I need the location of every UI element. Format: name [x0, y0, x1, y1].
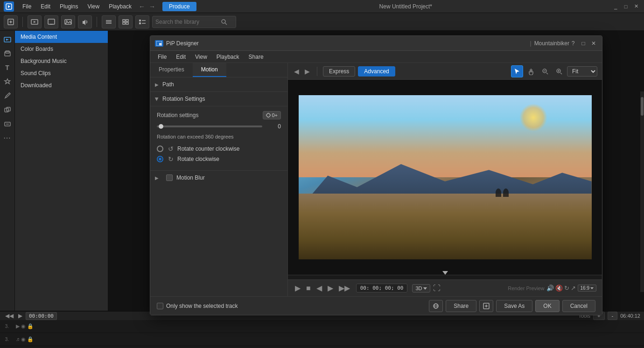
3d-mode-button[interactable]: 3D	[412, 284, 430, 292]
pip-close-button[interactable]: ✕	[590, 40, 597, 47]
pip-menu-share[interactable]: Share	[245, 53, 267, 61]
row-eye-icon[interactable]: ◉	[21, 336, 26, 342]
pip-menu-view[interactable]: View	[191, 53, 211, 61]
sidebar-more-icon[interactable]: ⋯	[1, 132, 14, 144]
rotation-keyframe-button[interactable]: 0+	[263, 111, 281, 119]
sidebar-effects-icon[interactable]	[1, 76, 14, 88]
save-template-button[interactable]	[479, 300, 493, 312]
row-video-icon[interactable]: ▶	[16, 323, 20, 329]
video-area	[288, 80, 602, 275]
pip-maximize-button[interactable]: □	[580, 40, 587, 47]
sidebar-color-icon[interactable]	[1, 48, 14, 60]
zoom-out-tool[interactable]	[539, 65, 551, 77]
rotation-label: Rotation settings	[157, 112, 198, 118]
only-show-track-toggle[interactable]: Only show the selected track	[157, 303, 238, 309]
row-eye-icon[interactable]: ◉	[21, 323, 26, 329]
menu-plugins[interactable]: Plugins	[56, 2, 82, 11]
tab-properties[interactable]: Properties	[150, 63, 193, 77]
cw-icon: ↻	[168, 155, 174, 163]
rotation-slider-thumb[interactable]	[159, 124, 163, 129]
panel-media-content[interactable]: Media Content	[15, 31, 108, 43]
tl-back-button[interactable]: ◀◀	[4, 313, 15, 319]
sidebar-title-icon[interactable]	[1, 118, 14, 130]
tab-motion[interactable]: Motion	[193, 63, 226, 77]
pip-window-buttons: ? □ ✕	[569, 40, 597, 47]
audio-button[interactable]	[78, 15, 92, 28]
search-input[interactable]	[155, 19, 221, 25]
export-icon[interactable]: ↗	[571, 285, 576, 292]
image-button[interactable]	[61, 15, 75, 28]
playback-bar: ▶ ■ ◀ ▶ ▶▶ 00: 00; 00; 00 3D ⛶	[288, 279, 602, 296]
save-as-button[interactable]: Save As	[496, 300, 532, 312]
menu-edit[interactable]: Edit	[37, 2, 54, 11]
media-button[interactable]	[28, 15, 42, 28]
volume-icon[interactable]: 🔊	[546, 285, 554, 292]
express-button[interactable]: Express	[323, 66, 355, 77]
undo-button[interactable]: ←	[137, 3, 147, 10]
rotation-slider-track[interactable]	[157, 125, 262, 127]
fullscreen-button[interactable]: ⛶	[433, 284, 441, 292]
pip-help-button[interactable]: ?	[569, 40, 577, 47]
props-tabs: Properties Motion	[150, 63, 287, 77]
fit-selector[interactable]: Fit 25% 50% 100%	[567, 66, 597, 77]
next-frame-button[interactable]: ▶	[326, 284, 335, 292]
grid-view-button[interactable]	[119, 15, 133, 28]
quality-selector[interactable]: 16:9	[578, 285, 596, 292]
tl-play-button[interactable]: ▶	[17, 313, 24, 319]
rotation-exceed-text: Rotation can exceed 360 degrees	[157, 133, 281, 140]
maximize-icon[interactable]: □	[622, 2, 630, 11]
produce-button[interactable]: Produce	[162, 2, 196, 11]
row-number: 3.	[0, 324, 14, 329]
sidebar-text-icon[interactable]: T	[1, 62, 14, 74]
play-button[interactable]: ▶	[294, 284, 302, 292]
menu-file[interactable]: File	[19, 2, 35, 11]
redo-button[interactable]: →	[147, 3, 157, 10]
globe-button[interactable]	[429, 300, 443, 312]
loop-icon[interactable]: ↻	[564, 285, 569, 292]
menu-view[interactable]: View	[84, 2, 103, 11]
share-button[interactable]: Share	[446, 300, 476, 312]
pip-menu-edit[interactable]: Edit	[172, 53, 189, 61]
sidebar-media-icon[interactable]	[1, 34, 14, 46]
menu-playback[interactable]: Playback	[105, 2, 135, 11]
list-view-button[interactable]	[102, 15, 116, 28]
minimize-icon[interactable]: ⎯	[611, 2, 620, 11]
row-lock-icon[interactable]: 🔒	[27, 336, 34, 342]
panel-background-music[interactable]: Background Music	[15, 55, 108, 67]
panel-downloaded[interactable]: Downloaded	[15, 79, 108, 91]
radio-ccw[interactable]	[157, 146, 163, 152]
preview-back-button[interactable]: ◀	[293, 68, 301, 75]
pip-body: Properties Motion ▶ Path	[150, 63, 602, 296]
cursor-tool[interactable]	[511, 65, 523, 77]
path-section-header[interactable]: ▶ Path	[150, 77, 287, 92]
svg-line-38	[546, 73, 548, 74]
new-project-button[interactable]	[4, 15, 18, 28]
pip-menu-playback[interactable]: Playback	[213, 53, 243, 61]
preview-forward-button[interactable]: ▶	[303, 68, 311, 75]
advanced-button[interactable]: Advanced	[358, 66, 395, 77]
sidebar-edit-icon[interactable]	[1, 90, 14, 102]
row-audio-icon[interactable]: ♬	[16, 336, 20, 342]
hand-tool[interactable]	[525, 65, 537, 77]
zoom-in-tool[interactable]	[553, 65, 565, 77]
only-track-checkbox[interactable]	[157, 303, 163, 309]
tl-zoom-out-button[interactable]: -	[608, 312, 618, 320]
row-lock-icon[interactable]: 🔒	[27, 323, 34, 329]
rotation-section-header[interactable]: ▶ Rotation Settings	[150, 92, 287, 106]
sidebar-overlay-icon[interactable]	[1, 104, 14, 116]
panel-sound-clips[interactable]: Sound Clips	[15, 67, 108, 79]
radio-cw[interactable]	[157, 156, 163, 162]
pip-menu-file[interactable]: File	[154, 53, 170, 61]
cancel-button[interactable]: Cancel	[562, 300, 595, 312]
ok-button[interactable]: OK	[535, 300, 559, 312]
mute-icon[interactable]: 🔇	[555, 285, 563, 292]
screen-button[interactable]	[44, 15, 58, 28]
prev-frame-button[interactable]: ◀	[315, 284, 323, 292]
quality-label: 16:9	[581, 285, 589, 291]
fast-forward-button[interactable]: ▶▶	[337, 284, 351, 292]
motion-blur-checkbox[interactable]	[166, 174, 173, 181]
stop-button[interactable]: ■	[305, 284, 312, 292]
close-icon[interactable]: ✕	[632, 2, 640, 11]
detail-view-button[interactable]	[135, 15, 149, 28]
panel-color-boards[interactable]: Color Boards	[15, 43, 108, 55]
